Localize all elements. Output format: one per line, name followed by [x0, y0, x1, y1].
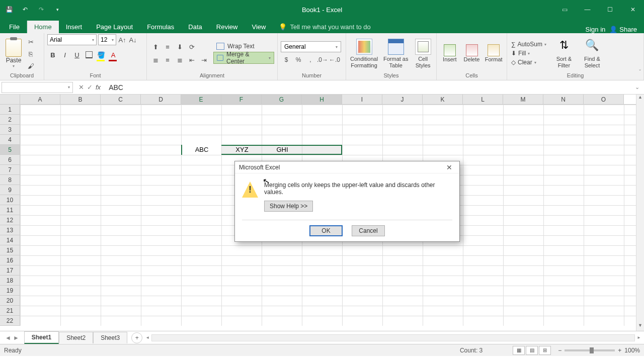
- customize-qat-icon[interactable]: ▾: [50, 3, 64, 17]
- page-layout-view-icon[interactable]: ▤: [526, 346, 538, 355]
- column-header-c[interactable]: C: [101, 95, 141, 104]
- font-name-select[interactable]: Arial▾: [47, 34, 97, 45]
- row-header-7[interactable]: 7: [0, 165, 20, 175]
- tab-file[interactable]: File: [2, 21, 27, 33]
- row-header-9[interactable]: 9: [0, 185, 20, 195]
- row-header-15[interactable]: 15: [0, 245, 20, 255]
- maximize-icon[interactable]: ☐: [599, 2, 621, 17]
- sheet-nav-prev-icon[interactable]: ◄: [5, 334, 11, 341]
- border-button[interactable]: [84, 49, 95, 60]
- column-header-n[interactable]: N: [543, 95, 584, 104]
- bold-button[interactable]: B: [47, 49, 58, 60]
- sheet-tab-1[interactable]: Sheet1: [24, 331, 59, 344]
- conditional-formatting-button[interactable]: Conditional Formatting: [349, 38, 379, 68]
- tab-review[interactable]: Review: [209, 21, 245, 33]
- redo-icon[interactable]: ↷: [34, 3, 48, 17]
- comma-icon[interactable]: ,: [305, 54, 316, 65]
- row-header-6[interactable]: 6: [0, 155, 20, 165]
- row-header-19[interactable]: 19: [0, 286, 20, 296]
- sign-in-link[interactable]: Sign in: [586, 26, 606, 33]
- percent-icon[interactable]: %: [293, 54, 304, 65]
- column-header-j[interactable]: J: [382, 95, 423, 104]
- row-header-20[interactable]: 20: [0, 296, 20, 306]
- align-top-icon[interactable]: ⬆: [150, 41, 161, 52]
- cell-f5[interactable]: XYZ: [222, 145, 262, 155]
- orientation-icon[interactable]: ⟳: [186, 41, 197, 52]
- font-color-button[interactable]: A: [108, 49, 119, 60]
- expand-formula-bar-icon[interactable]: ⌄: [635, 84, 644, 90]
- undo-icon[interactable]: ↶: [18, 3, 32, 17]
- column-header-d[interactable]: D: [141, 95, 181, 104]
- decrease-decimal-icon[interactable]: ←.0: [329, 54, 340, 65]
- ribbon-options-icon[interactable]: ▭: [553, 2, 576, 17]
- grow-font-icon[interactable]: A↑: [118, 34, 127, 45]
- format-cells-button[interactable]: Format: [484, 44, 504, 62]
- sheet-tab-2[interactable]: Sheet2: [59, 332, 93, 343]
- clear-button[interactable]: ◇Clear▾: [510, 58, 547, 66]
- find-select-button[interactable]: 🔍Find & Select: [581, 38, 604, 68]
- delete-cells-button[interactable]: Delete: [462, 44, 482, 62]
- number-format-select[interactable]: General▾: [281, 41, 341, 52]
- zoom-level[interactable]: 100%: [624, 347, 640, 354]
- column-header-k[interactable]: K: [423, 95, 463, 104]
- align-right-icon[interactable]: ≣: [174, 54, 185, 65]
- fx-icon[interactable]: fx: [96, 83, 101, 91]
- column-header-g[interactable]: G: [262, 95, 302, 104]
- wrap-text-button[interactable]: Wrap Text: [213, 43, 274, 50]
- align-middle-icon[interactable]: ≡: [162, 41, 173, 52]
- close-icon[interactable]: ✕: [621, 2, 644, 17]
- row-header-11[interactable]: 11: [0, 205, 20, 215]
- row-header-16[interactable]: 16: [0, 255, 20, 265]
- sort-filter-button[interactable]: ⇅Sort & Filter: [552, 38, 576, 68]
- fill-color-button[interactable]: 🪣: [96, 49, 107, 60]
- row-header-22[interactable]: 22: [0, 316, 20, 326]
- sheet-nav-next-icon[interactable]: ►: [13, 334, 19, 341]
- row-header-8[interactable]: 8: [0, 175, 20, 185]
- autosum-button[interactable]: ∑AutoSum▾: [510, 40, 547, 48]
- zoom-out-icon[interactable]: −: [558, 347, 561, 354]
- horizontal-scrollbar[interactable]: ◄►: [142, 334, 644, 341]
- merge-center-button[interactable]: Merge & Center▾: [213, 52, 274, 64]
- row-header-18[interactable]: 18: [0, 276, 20, 286]
- row-header-13[interactable]: 13: [0, 225, 20, 235]
- column-header-m[interactable]: M: [503, 95, 543, 104]
- ok-button[interactable]: OK: [309, 225, 343, 236]
- increase-indent-icon[interactable]: ⇥: [198, 54, 209, 65]
- tab-page-layout[interactable]: Page Layout: [89, 21, 140, 33]
- sheet-tab-3[interactable]: Sheet3: [93, 332, 127, 343]
- tab-data[interactable]: Data: [181, 21, 209, 33]
- cell-g5[interactable]: GHI: [263, 145, 302, 155]
- row-header-4[interactable]: 4: [0, 135, 20, 145]
- underline-button[interactable]: U: [71, 49, 83, 60]
- cell-e5[interactable]: ABC: [182, 145, 221, 155]
- row-header-17[interactable]: 17: [0, 265, 20, 276]
- row-header-5[interactable]: 5: [0, 145, 20, 155]
- share-button[interactable]: 👤Share: [609, 26, 637, 33]
- zoom-slider[interactable]: [565, 349, 615, 351]
- format-as-table-button[interactable]: Format as Table: [381, 38, 411, 68]
- add-sheet-button[interactable]: +: [131, 332, 142, 343]
- row-header-10[interactable]: 10: [0, 195, 20, 205]
- tab-view[interactable]: View: [245, 21, 273, 33]
- format-painter-icon[interactable]: 🖌: [25, 60, 36, 71]
- paste-button[interactable]: Paste ▾: [3, 39, 24, 68]
- column-header-l[interactable]: L: [463, 95, 503, 104]
- column-header-i[interactable]: I: [342, 95, 382, 104]
- decrease-indent-icon[interactable]: ⇤: [186, 54, 197, 65]
- column-header-o[interactable]: O: [584, 95, 624, 104]
- cut-icon[interactable]: ✂: [25, 36, 36, 47]
- tab-formulas[interactable]: Formulas: [140, 21, 181, 33]
- align-left-icon[interactable]: ≣: [150, 54, 161, 65]
- align-bottom-icon[interactable]: ⬇: [174, 41, 185, 52]
- tab-insert[interactable]: Insert: [59, 21, 90, 33]
- collapse-ribbon-icon[interactable]: ˇ: [639, 69, 641, 75]
- shrink-font-icon[interactable]: A↓: [128, 34, 137, 45]
- row-header-14[interactable]: 14: [0, 235, 20, 245]
- cell-styles-button[interactable]: Cell Styles: [413, 38, 433, 68]
- save-icon[interactable]: 💾: [2, 3, 16, 17]
- accounting-icon[interactable]: $: [281, 54, 292, 65]
- column-header-f[interactable]: F: [221, 95, 262, 104]
- name-box[interactable]: ▾: [2, 82, 73, 93]
- align-center-icon[interactable]: ≡: [162, 54, 173, 65]
- insert-cells-button[interactable]: Insert: [440, 44, 460, 62]
